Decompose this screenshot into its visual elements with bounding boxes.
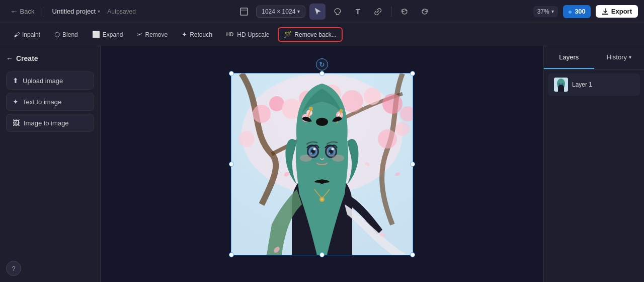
layer-item[interactable]: Layer 1 [548, 74, 640, 96]
retouch-icon: ✦ [182, 31, 187, 38]
layers-tab[interactable]: Layers [544, 46, 594, 69]
svg-point-14 [378, 129, 397, 149]
sidebar-footer: ? [6, 261, 94, 276]
svg-point-10 [364, 88, 381, 105]
help-icon: ? [12, 265, 15, 272]
retouch-button[interactable]: ✦ Retouch [176, 28, 218, 41]
remove-label: Remove [145, 31, 168, 38]
help-button[interactable]: ? [6, 261, 21, 276]
inpaint-label: Inpaint [22, 31, 40, 38]
svg-point-24 [340, 109, 343, 113]
svg-point-48 [321, 198, 323, 200]
topbar-center: 1024 × 1024 ▾ T [141, 4, 528, 20]
layers-tab-label: Layers [559, 53, 579, 61]
text-to-image-icon: ✦ [13, 98, 19, 106]
expand-button[interactable]: ⬜ Expand [87, 28, 129, 41]
create-back-icon: ← [6, 54, 13, 62]
remove-bg-label: Remove back... [294, 31, 336, 38]
svg-point-30 [313, 148, 316, 151]
export-button[interactable]: Export [596, 5, 638, 18]
canvas-image [231, 74, 413, 255]
remove-bg-icon: 🪄 [284, 31, 292, 38]
illustration-svg [231, 74, 413, 255]
upload-image-button[interactable]: ⬆ Upload image [6, 72, 94, 90]
canvas-size-label: 1024 × 1024 [262, 8, 295, 15]
sidebar-right: Layers History ▾ Layer [543, 46, 644, 282]
topbar-left: ← ← Back Untitled project ▾ Autosaved [6, 6, 136, 17]
lasso-tool[interactable] [330, 4, 346, 20]
image-to-image-button[interactable]: 🖼 Image to image [6, 114, 94, 132]
canvas-wrapper: ↻ [231, 74, 413, 255]
sidebar-right-header: Layers History ▾ [544, 46, 644, 69]
upload-label: Upload image [23, 77, 63, 85]
link-tool[interactable] [370, 4, 386, 20]
text-to-image-label: Text to image [23, 98, 61, 106]
layer-name: Layer 1 [572, 81, 592, 88]
handle-mid-left[interactable] [229, 162, 234, 167]
canvas-area[interactable]: ↻ [101, 46, 543, 282]
svg-point-11 [382, 94, 403, 114]
project-dropdown-icon: ▾ [98, 9, 100, 14]
text-to-image-button[interactable]: ✦ Text to image [6, 93, 94, 111]
svg-point-25 [316, 118, 328, 126]
main: ← Create ⬆ Upload image ✦ Text to image … [0, 46, 644, 282]
expand-icon: ⬜ [92, 31, 100, 38]
select-tool[interactable] [309, 4, 326, 20]
hd-upscale-button[interactable]: HD HD Upscale [221, 28, 275, 41]
handle-top-left[interactable] [229, 71, 234, 76]
divider-1 [44, 7, 44, 17]
zoom-dropdown-icon: ▾ [551, 9, 554, 14]
handle-bottom-mid[interactable] [319, 252, 325, 257]
retouch-label: Retouch [190, 31, 212, 38]
svg-point-15 [395, 122, 410, 136]
export-label: Export [611, 8, 632, 15]
text-tool[interactable]: T [350, 4, 366, 20]
credits-button[interactable]: ● 300 [563, 5, 591, 18]
canvas-size-button[interactable]: 1024 × 1024 ▾ [256, 6, 305, 18]
svg-point-23 [309, 107, 313, 111]
zoom-label: 37% [537, 8, 549, 15]
undo-button[interactable] [396, 4, 413, 20]
toolbar: 🖌 Inpaint ⬡ Blend ⬜ Expand ✂ Remove ✦ Re… [0, 23, 644, 46]
handle-bottom-right[interactable] [410, 252, 415, 257]
blend-button[interactable]: ⬡ Blend [49, 28, 84, 41]
handle-mid-right[interactable] [410, 162, 415, 167]
create-header[interactable]: ← Create [6, 52, 94, 64]
handle-top-mid[interactable] [319, 71, 325, 76]
expand-label: Expand [103, 31, 123, 38]
svg-point-37 [329, 153, 331, 154]
hd-upscale-text: HD Upscale [237, 31, 269, 38]
svg-point-36 [332, 148, 334, 151]
divider-2 [391, 7, 391, 17]
inpaint-button[interactable]: 🖌 Inpaint [8, 28, 46, 41]
text-tool-label: T [356, 7, 360, 16]
export-icon [602, 8, 609, 15]
remove-button[interactable]: ✂ Remove [131, 28, 173, 41]
topbar-right: 37% ▾ ● 300 Export [533, 5, 638, 18]
canvas-size-dropdown-icon: ▾ [297, 9, 300, 14]
handle-top-right[interactable] [410, 71, 415, 76]
rotate-handle[interactable]: ↻ [316, 58, 328, 70]
sidebar-left: ← Create ⬆ Upload image ✦ Text to image … [0, 46, 101, 282]
handle-bottom-left[interactable] [229, 252, 234, 257]
autosaved-label: Autosaved [107, 8, 136, 15]
project-name[interactable]: Untitled project ▾ [49, 6, 104, 17]
redo-button[interactable] [417, 4, 433, 20]
blend-label: Blend [62, 31, 78, 38]
zoom-button[interactable]: 37% ▾ [533, 6, 558, 17]
back-label: ← Back [12, 8, 35, 15]
credits-icon: ● [568, 8, 572, 16]
svg-point-4 [253, 105, 271, 123]
history-tab-label: History [607, 53, 627, 61]
svg-point-38 [300, 155, 312, 162]
create-label: Create [16, 54, 38, 62]
remove-bg-button[interactable]: 🪄 Remove back... [278, 27, 342, 42]
credits-count: 300 [575, 8, 586, 15]
svg-point-46 [319, 180, 325, 184]
image-to-image-label: Image to image [24, 119, 69, 127]
resize-icon[interactable] [236, 4, 252, 20]
inpaint-icon: 🖌 [14, 31, 20, 38]
remove-icon: ✂ [137, 31, 142, 38]
history-tab[interactable]: History ▾ [594, 46, 645, 69]
back-button[interactable]: ← ← Back [6, 6, 39, 17]
